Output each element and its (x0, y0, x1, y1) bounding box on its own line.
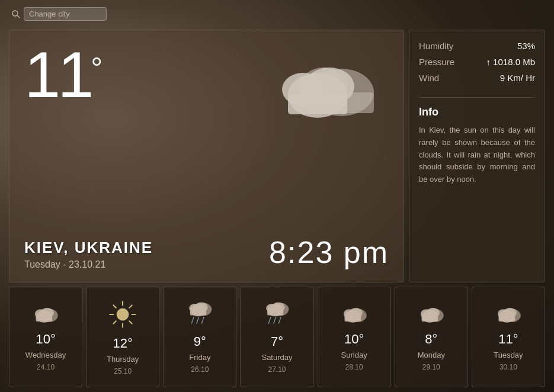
svg-line-42 (129, 321, 132, 323)
svg-rect-70 (421, 316, 438, 322)
temperature-value: 11 (24, 42, 91, 107)
forecast-day: Monday (418, 351, 445, 359)
search-icon (12, 10, 20, 18)
bottom-info: KIEV, UKRAINE Tuesday - 23.10.21 8:23 pm (24, 234, 389, 270)
forecast-weather-icon (416, 303, 447, 328)
forecast-weather-icon (184, 300, 215, 330)
forecast-weather-icon (261, 300, 292, 330)
forecast-temp: 7° (271, 334, 283, 349)
forecast-date: 24.10 (37, 363, 55, 371)
svg-line-60 (279, 317, 281, 323)
forecast-day: Friday (189, 353, 210, 362)
humidity-label: Humidity (419, 41, 453, 51)
forecast-card: 10° Wednesday 24.10 (9, 287, 82, 387)
forecast-card: 12° Thursday 25.10 (86, 287, 159, 387)
pressure-row: Pressure ↑ 1018.0 Mb (419, 57, 535, 67)
forecast-date: 26.10 (191, 365, 209, 374)
humidity-value: 53% (517, 41, 535, 51)
svg-point-7 (414, 16, 415, 20)
wind-value: 9 Km/ Hr (500, 73, 535, 83)
city-name: KIEV, UKRAINE (24, 239, 153, 257)
svg-rect-49 (190, 310, 206, 316)
info-title: Info (419, 106, 535, 118)
forecast-card: 7° Saturday 27.10 (240, 287, 313, 387)
forecast-card: 9° Friday 26.10 (163, 287, 236, 387)
forecast-temp: 9° (194, 334, 206, 349)
forecast-date: 25.10 (114, 367, 132, 375)
forecast-date: 29.10 (422, 363, 440, 371)
forecast-date: 30.10 (499, 363, 517, 371)
svg-line-44 (114, 321, 116, 323)
forecast-strip: 10° Wednesday 24.10 12° Thursday 25.10 9… (9, 287, 545, 387)
svg-line-51 (197, 317, 198, 323)
forecast-weather-icon (107, 299, 138, 332)
svg-point-36 (117, 308, 129, 320)
weather-panel: 11 ° KIEV, UKRAINE (9, 30, 404, 282)
forecast-date: 27.10 (268, 365, 286, 374)
forecast-card: 8° Monday 29.10 (395, 287, 468, 387)
svg-rect-57 (267, 310, 283, 316)
forecast-day: Tuesday (494, 351, 523, 359)
forecast-date: 28.10 (345, 363, 363, 371)
svg-line-43 (129, 305, 132, 307)
temperature-display: 11 ° (24, 42, 103, 107)
forecast-weather-icon (493, 303, 524, 328)
forecast-temp: 8° (425, 332, 437, 347)
forecast-day: Thursday (107, 355, 139, 364)
date-info: Tuesday - 23.10.21 (24, 259, 153, 270)
svg-rect-75 (498, 316, 515, 322)
svg-line-50 (192, 317, 194, 323)
forecast-weather-icon (30, 303, 61, 328)
svg-point-30 (305, 68, 354, 105)
forecast-card: 10° Sunday 28.10 (318, 287, 391, 387)
search-bar (12, 7, 107, 21)
svg-rect-65 (344, 316, 361, 322)
main-cloud-icon (270, 48, 389, 125)
city-search-input[interactable] (24, 7, 107, 21)
forecast-day: Saturday (261, 353, 292, 362)
svg-line-23 (17, 15, 20, 18)
wind-label: Wind (419, 73, 439, 83)
forecast-weather-icon (339, 303, 370, 328)
forecast-day: Wednesday (25, 351, 66, 359)
weather-stats: Humidity 53% Pressure ↑ 1018.0 Mb Wind 9… (419, 41, 535, 98)
svg-line-58 (269, 317, 271, 323)
pressure-value: ↑ 1018.0 Mb (486, 57, 535, 67)
time-display: 8:23 pm (269, 234, 389, 270)
forecast-temp: 11° (498, 332, 518, 347)
svg-line-41 (114, 305, 116, 307)
wind-row: Wind 9 Km/ Hr (419, 73, 535, 83)
temp-row: 11 ° (24, 42, 389, 125)
forecast-day: Sunday (341, 351, 367, 359)
main-container: 11 ° KIEV, UKRAINE (9, 30, 545, 282)
pressure-label: Pressure (419, 57, 454, 67)
city-info: KIEV, UKRAINE Tuesday - 23.10.21 (24, 239, 153, 270)
svg-line-52 (202, 317, 204, 323)
svg-line-59 (274, 317, 276, 323)
forecast-temp: 12° (113, 336, 133, 351)
svg-point-1 (71, 22, 72, 25)
degree-symbol: ° (91, 51, 103, 85)
info-panel: Humidity 53% Pressure ↑ 1018.0 Mb Wind 9… (409, 30, 545, 282)
forecast-temp: 10° (36, 332, 55, 347)
forecast-card: 11° Tuesday 30.10 (472, 287, 545, 387)
humidity-row: Humidity 53% (419, 41, 535, 51)
forecast-temp: 10° (344, 332, 364, 347)
info-text: In Kiev, the sun on this day will rarely… (419, 124, 535, 186)
svg-rect-35 (36, 316, 53, 322)
